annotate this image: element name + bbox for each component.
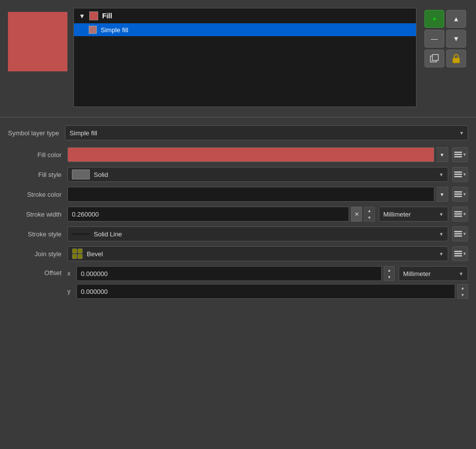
offset-y-input[interactable]	[76, 284, 455, 299]
chevron-down-icon: ▼	[439, 172, 444, 177]
svg-rect-4	[454, 154, 462, 156]
menu-icon	[454, 151, 463, 159]
svg-rect-16	[454, 233, 462, 235]
offset-unit-label: Millimeter	[403, 270, 431, 278]
stroke-style-dropdown[interactable]: Solid Line ▼	[67, 226, 448, 241]
svg-rect-9	[454, 191, 462, 193]
svg-rect-10	[454, 194, 462, 195]
remove-layer-button[interactable]: —	[424, 30, 444, 48]
offset-row: Offset x ▲ ▼ Millimeter ▼ y ▲ ▼	[8, 266, 468, 299]
svg-rect-12	[454, 211, 462, 213]
menu-icon	[454, 230, 463, 238]
offset-y-spinner[interactable]: ▲ ▼	[457, 284, 468, 299]
svg-rect-7	[454, 174, 462, 175]
chevron-down-icon: ▼	[439, 251, 444, 257]
spinner-up-icon[interactable]: ▲	[458, 284, 468, 291]
stroke-width-spinner[interactable]: ▲ ▼	[364, 207, 375, 222]
stroke-color-row: Stroke color ▼ ▼	[8, 187, 468, 202]
layer-item-swatch	[89, 26, 97, 34]
svg-rect-20	[72, 254, 77, 259]
menu-icon	[454, 190, 463, 198]
svg-rect-6	[454, 171, 462, 173]
stroke-style-icon	[72, 233, 90, 235]
offset-x-row: x ▲ ▼ Millimeter ▼	[67, 266, 468, 281]
offset-y-label: y	[67, 288, 74, 295]
stroke-style-value: Solid Line	[94, 230, 122, 238]
svg-rect-14	[454, 216, 462, 217]
svg-rect-24	[454, 255, 462, 257]
lock-button[interactable]	[446, 50, 466, 67]
svg-rect-13	[454, 214, 462, 215]
move-down-button[interactable]: ▼	[446, 30, 466, 48]
symbol-layer-type-row: Symbol layer type Simple fill ▼	[8, 125, 468, 140]
fill-style-dropdown[interactable]: Solid ▼	[67, 167, 448, 182]
symbol-layer-type-dropdown[interactable]: Simple fill ▼	[65, 125, 468, 140]
menu-icon	[454, 170, 463, 178]
svg-rect-15	[454, 231, 462, 232]
spinner-down-icon[interactable]: ▼	[384, 274, 394, 281]
offset-y-row: y ▲ ▼	[67, 284, 468, 299]
stroke-width-unit-label: Millimeter	[383, 211, 411, 218]
stroke-color-bar[interactable]	[67, 187, 434, 202]
join-style-dropdown[interactable]: Bevel ▼	[67, 246, 448, 261]
fill-style-label: Fill style	[8, 171, 67, 178]
fill-color-menu-btn[interactable]: ▼	[452, 147, 468, 162]
chevron-down-icon: ▼	[459, 271, 464, 277]
svg-rect-8	[454, 176, 462, 177]
offset-label: Offset	[8, 266, 67, 277]
svg-rect-3	[454, 152, 462, 153]
menu-icon	[454, 250, 463, 258]
stroke-color-menu-btn[interactable]: ▼	[452, 187, 468, 202]
svg-rect-22	[454, 251, 462, 252]
stroke-style-menu-btn[interactable]: ▼	[452, 226, 468, 241]
spinner-up-icon[interactable]: ▲	[364, 207, 374, 214]
offset-x-spinner[interactable]: ▲ ▼	[384, 266, 395, 281]
layer-item-simple-fill[interactable]: Simple fill	[74, 23, 416, 36]
chevron-down-icon: ▼	[439, 231, 444, 237]
move-up-button[interactable]: ▲	[446, 10, 466, 28]
symbol-layer-type-display[interactable]: Simple fill	[65, 125, 468, 140]
offset-unit-dropdown[interactable]: Millimeter ▼	[399, 266, 468, 281]
layer-header-swatch	[89, 11, 98, 20]
spinner-down-icon[interactable]: ▼	[458, 291, 468, 298]
svg-rect-21	[78, 254, 82, 259]
stroke-width-menu-btn[interactable]: ▼	[452, 207, 468, 222]
duplicate-button[interactable]	[424, 50, 444, 67]
stroke-width-unit-dropdown[interactable]: Millimeter ▼	[379, 207, 448, 222]
duplicate-icon	[429, 54, 439, 63]
spinner-down-icon[interactable]: ▼	[364, 214, 374, 221]
symbol-layer-type-label: Symbol layer type	[8, 129, 59, 137]
stroke-width-clear-btn[interactable]: ✕	[351, 207, 362, 222]
layer-expand-arrow[interactable]: ▼	[79, 12, 85, 20]
svg-rect-2	[453, 58, 460, 63]
offset-control: x ▲ ▼ Millimeter ▼ y ▲ ▼	[67, 266, 468, 299]
bevel-join-icon	[72, 248, 83, 259]
join-style-label: Join style	[8, 250, 67, 258]
lock-icon	[452, 54, 461, 63]
layer-panel: ▼ Fill Simple fill	[73, 8, 416, 107]
fill-color-dropdown-btn[interactable]: ▼	[436, 147, 448, 162]
svg-rect-5	[454, 156, 462, 158]
svg-rect-1	[432, 55, 438, 60]
add-layer-button[interactable]: +	[424, 10, 444, 28]
fill-style-row: Fill style Solid ▼ ▼	[8, 167, 468, 182]
fill-style-menu-btn[interactable]: ▼	[452, 167, 468, 182]
join-style-value: Bevel	[87, 250, 103, 258]
stroke-color-dropdown-btn[interactable]: ▼	[436, 187, 448, 202]
fill-color-row: Fill color ▼ ▼	[8, 147, 468, 162]
svg-rect-23	[454, 253, 462, 255]
fill-color-bar[interactable]	[67, 147, 434, 162]
offset-x-input[interactable]	[76, 266, 382, 281]
stroke-style-control: Solid Line ▼ ▼	[67, 226, 468, 241]
stroke-width-control: ✕ ▲ ▼ Millimeter ▼ ▼	[67, 207, 468, 222]
stroke-width-input[interactable]	[67, 207, 349, 222]
stroke-width-row: Stroke width ✕ ▲ ▼ Millimeter ▼ ▼	[8, 207, 468, 222]
spinner-up-icon[interactable]: ▲	[384, 267, 394, 274]
svg-rect-11	[454, 196, 462, 197]
stroke-color-label: Stroke color	[8, 191, 67, 198]
properties-form: Symbol layer type Simple fill ▼ Fill col…	[0, 119, 476, 310]
fill-color-control: ▼ ▼	[67, 147, 468, 162]
stroke-color-control: ▼ ▼	[67, 187, 468, 202]
join-style-menu-btn[interactable]: ▼	[452, 246, 468, 261]
layer-header: ▼ Fill	[74, 8, 416, 23]
